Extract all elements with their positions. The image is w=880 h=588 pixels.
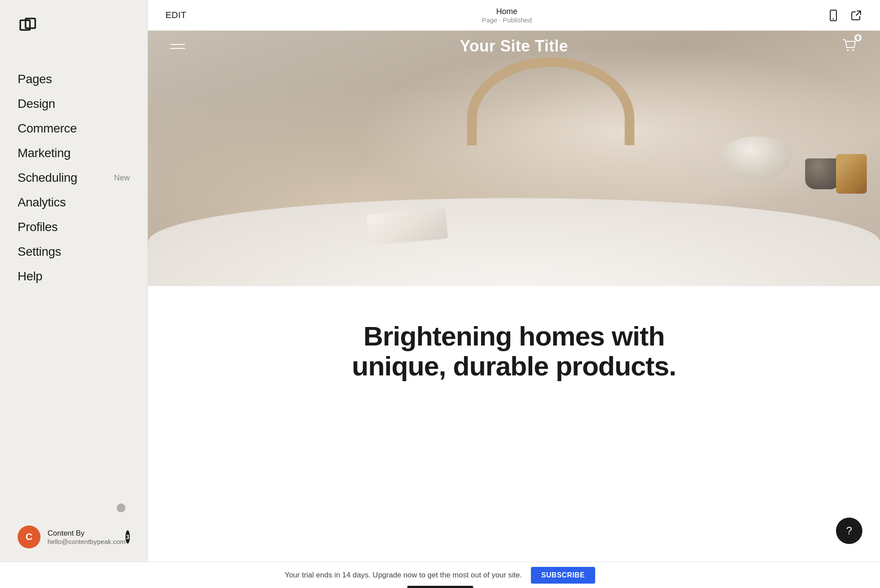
page-title-area: Home Page · Published — [482, 7, 532, 24]
svg-point-4 — [832, 18, 834, 19]
main-content: EDIT Home Page · Published — [147, 0, 880, 562]
bowl-body — [722, 136, 792, 180]
sidebar-item-pages[interactable]: Pages — [18, 67, 130, 92]
user-info[interactable]: C Content By hello@contentbypeak.com 3 — [18, 526, 130, 548]
user-left: C Content By hello@contentbypeak.com — [18, 526, 125, 548]
resize-handle[interactable] — [117, 503, 125, 512]
content-section: Brightening homes with unique, durable p… — [148, 286, 880, 416]
sidebar-nav: Pages Design Commerce Marketing Scheduli… — [0, 49, 147, 490]
site-navbar: Your Site Title 0 — [148, 31, 880, 62]
user-details: Content By hello@contentbypeak.com — [48, 529, 125, 545]
candle — [836, 154, 867, 194]
avatar: C — [18, 526, 41, 548]
table-surface — [148, 198, 880, 286]
bowl — [722, 128, 792, 180]
top-bar: EDIT Home Page · Published — [148, 0, 880, 31]
sidebar-item-marketing[interactable]: Marketing — [18, 141, 130, 165]
svg-point-6 — [852, 49, 854, 51]
bottom-indicator — [407, 586, 473, 588]
sidebar-item-commerce[interactable]: Commerce — [18, 116, 130, 141]
headline: Brightening homes with unique, durable p… — [352, 321, 676, 381]
subscribe-button[interactable]: SUBSCRIBE — [531, 567, 596, 584]
mobile-icon — [827, 9, 839, 22]
sidebar-item-settings[interactable]: Settings — [18, 239, 130, 264]
cart-badge: 0 — [854, 34, 862, 41]
chair-arc — [467, 57, 634, 145]
edit-button[interactable]: EDIT — [166, 10, 187, 20]
sidebar: Pages Design Commerce Marketing Scheduli… — [0, 0, 147, 562]
trial-message: Your trial ends in 14 days. Upgrade now … — [285, 571, 522, 580]
help-button[interactable]: ? — [836, 518, 862, 544]
external-link-icon — [850, 9, 862, 22]
sidebar-item-profiles[interactable]: Profiles — [18, 215, 130, 239]
notification-badge[interactable]: 3 — [125, 530, 130, 544]
cup — [805, 154, 840, 189]
hamburger-line-1 — [170, 44, 185, 45]
sidebar-item-scheduling[interactable]: Scheduling New — [18, 165, 130, 190]
cart-icon-area[interactable]: 0 — [843, 38, 858, 55]
sidebar-item-analytics[interactable]: Analytics — [18, 190, 130, 215]
mobile-preview-button[interactable] — [827, 9, 839, 22]
sidebar-item-help[interactable]: Help — [18, 264, 130, 289]
sidebar-bottom: C Content By hello@contentbypeak.com 3 — [0, 490, 147, 562]
cup-body — [805, 158, 840, 189]
trial-banner: Your trial ends in 14 days. Upgrade now … — [0, 562, 880, 588]
hero-section: Your Site Title 0 — [148, 31, 880, 286]
external-link-button[interactable] — [850, 9, 862, 22]
hamburger-line-2 — [170, 48, 185, 49]
top-bar-actions — [827, 9, 862, 22]
hamburger-icon[interactable] — [170, 44, 185, 49]
site-title: Your Site Title — [460, 37, 568, 55]
svg-point-5 — [847, 49, 849, 51]
sidebar-item-design[interactable]: Design — [18, 92, 130, 116]
logo-area — [0, 0, 147, 49]
chair — [458, 57, 643, 180]
preview-area[interactable]: Your Site Title 0 — [148, 31, 880, 562]
squarespace-logo — [18, 14, 39, 35]
